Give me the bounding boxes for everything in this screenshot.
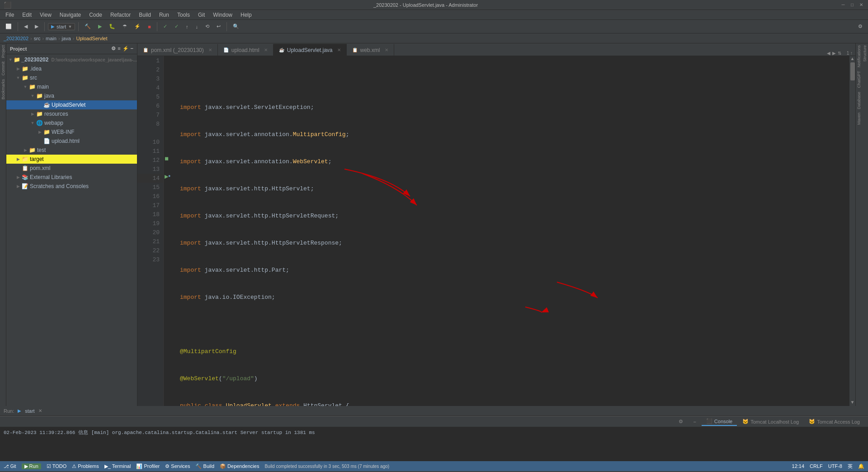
menu-help[interactable]: Help — [237, 11, 255, 19]
bc-file[interactable]: UploadServlet — [76, 36, 107, 41]
toolbar-search-btn[interactable]: 🔍 — [230, 23, 242, 30]
toolbar-git-check-btn[interactable]: ✓ — [172, 23, 181, 30]
toolbar-git-push-btn[interactable]: ↑ — [183, 23, 191, 30]
menu-tools[interactable]: Tools — [174, 11, 193, 19]
tree-scratches[interactable]: ▶ 📝 Scratches and Consoles — [6, 182, 137, 191]
menu-view[interactable]: View — [36, 11, 55, 19]
run-close-btn[interactable]: ✕ — [38, 408, 42, 413]
tree-webapp[interactable]: ▼ 🌐 webapp — [6, 118, 137, 127]
proj-tool4[interactable]: − — [131, 46, 133, 52]
menu-run[interactable]: Run — [156, 11, 173, 19]
tab-uploadhtml[interactable]: 📄 upload.html ✕ — [218, 44, 274, 56]
gutter-method-run-icon[interactable]: ▶ — [165, 174, 168, 179]
status-dependencies[interactable]: 📦 Dependencies — [220, 463, 259, 469]
status-git-icon[interactable]: ⎇ Git — [4, 464, 16, 469]
code-editor[interactable]: 1 2 3 4 5 6 7 8 10 11 12 13 14 15 16 17 … — [137, 56, 855, 406]
tab-webxml-close[interactable]: ✕ — [385, 47, 388, 52]
bottom-tab-tomcat-localhost[interactable]: 🐱 Tomcat Localhost Log — [738, 418, 803, 425]
tab-ctrl-next[interactable]: ▶ — [832, 51, 836, 56]
menu-code[interactable]: Code — [85, 11, 106, 19]
panel-commit-tab[interactable]: Commit — [1, 60, 5, 77]
tree-test[interactable]: ▶ 📁 test — [6, 146, 137, 155]
tree-java[interactable]: ▼ 📁 java — [6, 91, 137, 100]
status-position[interactable]: 12:14 — [792, 463, 805, 469]
menu-file[interactable]: File — [2, 11, 18, 19]
tree-idea[interactable]: ▶ 📁 .idea — [6, 64, 137, 73]
bc-java[interactable]: java — [62, 36, 71, 41]
status-notif-icon[interactable]: 🔔 — [858, 463, 864, 469]
bc-main[interactable]: main — [46, 36, 57, 41]
tab-webxml[interactable]: 📋 web.xml ✕ — [347, 44, 394, 56]
toolbar-git-btn[interactable]: ✓ — [160, 23, 170, 30]
bottom-settings-btn[interactable]: ⚙ — [674, 418, 688, 425]
menu-navigate[interactable]: Navigate — [56, 11, 85, 19]
toolbar-profile-btn[interactable]: ⚡ — [132, 23, 143, 30]
toolbar-build-btn[interactable]: 🔨 — [82, 23, 94, 30]
panel-database-tab[interactable]: Database — [857, 90, 861, 111]
editor-scrollbar[interactable]: ▲ ▼ — [849, 56, 855, 406]
toolbar-back-btn[interactable]: ◀ — [21, 23, 30, 30]
proj-tool2[interactable]: ≡ — [118, 46, 120, 52]
status-charset[interactable]: UTF-8 — [828, 463, 842, 469]
status-terminal[interactable]: ▶_ Terminal — [104, 463, 131, 469]
tree-root[interactable]: ▼ 📁 _20230202 D:\workspace\workspace_jav… — [6, 55, 137, 64]
tree-main[interactable]: ▼ 📁 main — [6, 82, 137, 91]
tree-resources[interactable]: ▶ 📁 resources — [6, 109, 137, 118]
bottom-tab-console[interactable]: ⬛ Console — [702, 417, 737, 426]
tree-target[interactable]: ▶ 📁 target — [6, 155, 137, 164]
status-problems[interactable]: ⚠ Problems — [72, 463, 99, 469]
tab-pomxml[interactable]: 📋 pom.xml (_20230130) ✕ — [137, 44, 218, 56]
status-todo[interactable]: ☑ TODO — [47, 463, 66, 469]
toolbar-debug-btn[interactable]: 🐛 — [106, 23, 118, 30]
menu-git[interactable]: Git — [194, 11, 208, 19]
minimize-button[interactable]: ─ — [840, 2, 846, 8]
bottom-minimize-btn[interactable]: − — [689, 418, 700, 425]
menu-window[interactable]: Window — [209, 11, 236, 19]
toolbar-settings-btn[interactable]: ⚙ — [855, 23, 865, 30]
tree-extlibs[interactable]: ▶ 📚 External Libraries — [6, 173, 137, 182]
run-config-dropdown[interactable]: ▼ — [68, 24, 72, 29]
tab-pomxml-close[interactable]: ✕ — [208, 47, 212, 52]
panel-project-tab[interactable]: Project — [1, 43, 5, 60]
tab-uploadhtml-close[interactable]: ✕ — [264, 47, 268, 52]
scroll-thumb[interactable] — [850, 62, 855, 80]
scroll-up[interactable]: ▲ — [849, 56, 855, 62]
toolbar-history-btn[interactable]: ⟲ — [203, 23, 212, 30]
status-crlf[interactable]: CRLF — [810, 463, 823, 469]
code-content[interactable]: import javax.servlet.ServletException; i… — [173, 56, 849, 406]
tab-uploadservlet[interactable]: ☕ UploadServlet.java ✕ — [274, 44, 347, 56]
status-services[interactable]: ⚙ Services — [165, 463, 190, 469]
toolbar-stop-btn[interactable]: ■ — [145, 23, 154, 30]
panel-maven-tab[interactable]: Maven — [857, 111, 861, 127]
panel-structure-tab[interactable]: Structure — [863, 43, 867, 64]
gutter-method-bp-icon[interactable]: ● — [168, 174, 170, 178]
toolbar-project-btn[interactable]: ⬜ — [3, 23, 14, 30]
bottom-tab-tomcat-access[interactable]: 🐱 Tomcat Access Log — [804, 418, 864, 425]
tree-uploadservlet[interactable]: ▶ ☕ UploadServlet — [6, 100, 137, 109]
maximize-button[interactable]: □ — [849, 2, 855, 8]
tree-pomxml[interactable]: ▶ 📋 pom.xml — [6, 164, 137, 173]
panel-notifications-tab[interactable]: Notifications — [857, 43, 861, 69]
toolbar-coverage-btn[interactable]: ☂ — [120, 23, 130, 30]
tree-src[interactable]: ▼ 📁 src — [6, 73, 137, 82]
tab-ctrl-prev[interactable]: ◀ — [827, 51, 830, 56]
tree-uploadhtml[interactable]: ▶ 📄 upload.html — [6, 137, 137, 146]
proj-tool1[interactable]: ⚙ — [111, 46, 116, 52]
toolbar-run-btn[interactable]: ▶ — [95, 23, 104, 30]
bottom-content[interactable]: 02-Feb-2023 11:39:22.866 信息 [main] org.a… — [0, 427, 868, 461]
status-run-btn[interactable]: ▶ Run — [22, 463, 41, 469]
toolbar-undo-btn[interactable]: ↩ — [214, 23, 223, 30]
menu-refactor[interactable]: Refactor — [107, 11, 134, 19]
bc-project[interactable]: _20230202 — [4, 36, 28, 41]
tree-webinf[interactable]: ▶ 📁 WEB-INF — [6, 127, 137, 137]
scroll-down[interactable]: ▼ — [849, 400, 855, 406]
bc-src[interactable]: src — [34, 36, 41, 41]
toolbar-git-pull-btn[interactable]: ↓ — [193, 23, 201, 30]
menu-edit[interactable]: Edit — [19, 11, 35, 19]
status-build[interactable]: 🔨 Build — [195, 463, 214, 469]
panel-chatgpt-tab[interactable]: ChatGPT — [857, 69, 861, 90]
proj-tool3[interactable]: ⚡ — [123, 46, 129, 52]
tab-ctrl-scroll[interactable]: ⇅ — [838, 51, 841, 56]
close-button[interactable]: ✕ — [858, 2, 864, 8]
scroll-track[interactable] — [849, 62, 855, 400]
